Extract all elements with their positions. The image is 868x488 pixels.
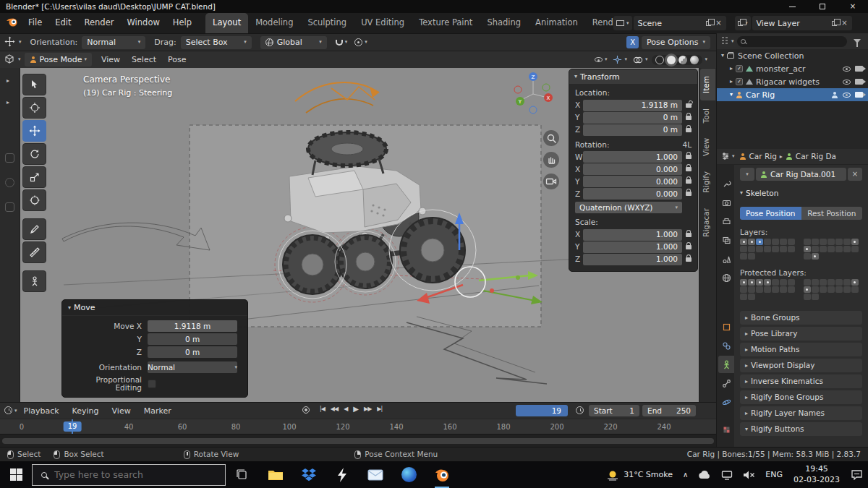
rotation-w-field[interactable]: 1.000 (583, 151, 682, 163)
browse-data-button[interactable]: ▾ (740, 168, 754, 181)
section-rigify-bone-groups[interactable]: ▸Rigify Bone Groups (740, 390, 862, 404)
mirror-x-toggle[interactable]: X (626, 36, 639, 48)
layer-toggle-cell[interactable] (820, 286, 827, 293)
browse-scene-button[interactable]: ▾ (613, 16, 632, 30)
lock-icon[interactable] (686, 257, 692, 262)
taskbar-app-mail[interactable] (359, 461, 392, 488)
overlays-dropdown[interactable]: ▾ (633, 56, 648, 64)
lock-icon[interactable] (686, 245, 692, 249)
lock-icon[interactable] (686, 179, 692, 184)
drag-dropdown[interactable]: Select Box ▾ (181, 36, 252, 49)
blender-logo-icon[interactable] (6, 17, 19, 29)
layer-toggle-cell[interactable] (772, 239, 779, 245)
rotation-y-field[interactable]: 0.000 (583, 176, 682, 187)
breadcrumb-object[interactable]: Car Rig (749, 153, 777, 160)
lock-icon[interactable] (686, 128, 692, 132)
expand-icon[interactable]: ▸ (730, 66, 733, 72)
layer-toggle-cell[interactable] (788, 239, 795, 245)
workspace-tab-modeling[interactable]: Modeling (248, 13, 300, 33)
transform-pivot-dropdown[interactable]: Global ▾ (260, 36, 327, 49)
tool-cursor-button[interactable] (22, 97, 46, 119)
lock-icon[interactable] (686, 167, 692, 171)
jump-to-start-button[interactable]: |◀ (317, 406, 328, 412)
expand-icon[interactable]: ▾ (721, 53, 724, 59)
layer-toggle-cell[interactable] (748, 286, 755, 293)
layer-toggle-cell[interactable] (843, 246, 851, 252)
scale-x-field[interactable]: 1.000 (583, 229, 682, 241)
taskbar-app-lightning[interactable] (326, 461, 359, 488)
menu-edit[interactable]: Edit (48, 13, 77, 33)
snap-toggle[interactable]: ▾ (336, 40, 348, 46)
layer-toggle-cell[interactable] (843, 279, 851, 286)
layer-toggle-cell[interactable] (851, 286, 859, 293)
outliner-row-scene-collection[interactable]: ▾ Scene Collection (717, 49, 868, 62)
collapsed-panel-icon[interactable]: ▸ (7, 100, 9, 106)
rotation-z-field[interactable]: 0.000 (583, 188, 682, 200)
layer-toggle-cell[interactable] (756, 279, 763, 286)
layer-toggle-cell[interactable] (788, 279, 795, 286)
sidebar-tab-view[interactable]: View (700, 131, 715, 163)
hide-viewport-icon[interactable] (843, 93, 851, 98)
layer-toggle-cell[interactable] (820, 246, 827, 252)
tray-network-icon[interactable] (716, 461, 738, 488)
pan-button[interactable] (543, 152, 559, 168)
layer-toggle-cell[interactable] (835, 239, 843, 245)
menu-window[interactable]: Window (120, 13, 166, 33)
layer-toggle-cell[interactable] (843, 239, 851, 245)
workspace-tab-sculpting[interactable]: Sculpting (300, 13, 354, 33)
properties-tab-view-layer[interactable] (718, 231, 734, 249)
proportional-editing-checkbox[interactable] (148, 380, 156, 388)
menu-render[interactable]: Render (78, 13, 121, 33)
task-view-button[interactable] (226, 461, 259, 488)
menu-view[interactable]: View (106, 407, 137, 415)
use-preview-range-button[interactable] (576, 406, 584, 416)
section-motion-paths[interactable]: ▸Motion Paths (740, 343, 862, 356)
outliner-row-monster[interactable]: ▸ ✓ monster_acr (717, 62, 868, 75)
menu-view[interactable]: View (95, 56, 126, 64)
layer-toggle-cell[interactable] (740, 239, 747, 245)
layer-toggle-cell[interactable] (780, 279, 787, 286)
start-button[interactable] (0, 461, 32, 488)
move-y-field[interactable]: 0 m (148, 333, 237, 345)
rotation-lock-badge[interactable]: 4L (682, 141, 692, 149)
menu-pose[interactable]: Pose (162, 56, 192, 64)
layer-toggle-cell[interactable] (764, 279, 771, 286)
move-z-field[interactable]: 0 m (148, 346, 237, 358)
menu-help[interactable]: Help (166, 13, 198, 33)
scale-z-field[interactable]: 1.000 (583, 254, 682, 265)
layer-toggle-cell[interactable] (835, 246, 843, 252)
shading-rendered-button[interactable] (690, 56, 699, 64)
skeleton-section-header[interactable]: ▾ Skeleton (740, 189, 862, 197)
location-y-field[interactable]: 0 m (583, 112, 682, 124)
taskbar-clock[interactable]: 19:45 02-03-2023 (788, 464, 846, 485)
taskbar-search[interactable] (32, 464, 226, 486)
language-indicator[interactable]: ENG (760, 461, 788, 488)
properties-tab-output[interactable] (718, 213, 734, 230)
editor-type-icon[interactable] (720, 36, 729, 46)
properties-tab-tool[interactable] (718, 175, 734, 192)
layer-toggle-cell[interactable] (804, 239, 811, 245)
shading-wireframe-button[interactable] (655, 56, 664, 64)
collapsed-tool-icon[interactable] (5, 153, 14, 163)
tool-move-button[interactable] (22, 120, 46, 142)
axis-x-neg-handle[interactable] (514, 86, 522, 93)
disable-render-icon[interactable] (855, 66, 863, 72)
camera-view-button[interactable] (543, 174, 559, 189)
layer-toggle-cell[interactable] (764, 246, 771, 252)
layer-toggle-cell[interactable] (740, 246, 747, 252)
remove-view-layer-icon[interactable]: × (841, 20, 847, 27)
editor-type-icon[interactable] (4, 54, 14, 66)
tool-scale-button[interactable] (22, 166, 46, 188)
layer-toggle-cell[interactable] (804, 253, 811, 260)
chevron-down-icon[interactable]: ▾ (732, 154, 735, 159)
timeline-ruler[interactable]: 0 20 40 60 80 100 120 140 160 180 200 22… (0, 419, 716, 435)
axis-y-neg-handle[interactable] (542, 84, 550, 91)
gizmos-dropdown[interactable]: ▾ (613, 55, 627, 64)
layer-toggle-cell[interactable] (772, 286, 779, 293)
sidebar-tab-item[interactable]: Item (700, 69, 715, 100)
horizontal-scrollbar[interactable] (2, 438, 714, 444)
collapsed-panel-icon[interactable]: ▸ (7, 78, 9, 84)
layer-toggle-cell[interactable] (820, 279, 827, 286)
layer-toggle-cell[interactable] (764, 286, 771, 293)
checkbox-icon[interactable]: ✓ (736, 65, 743, 72)
